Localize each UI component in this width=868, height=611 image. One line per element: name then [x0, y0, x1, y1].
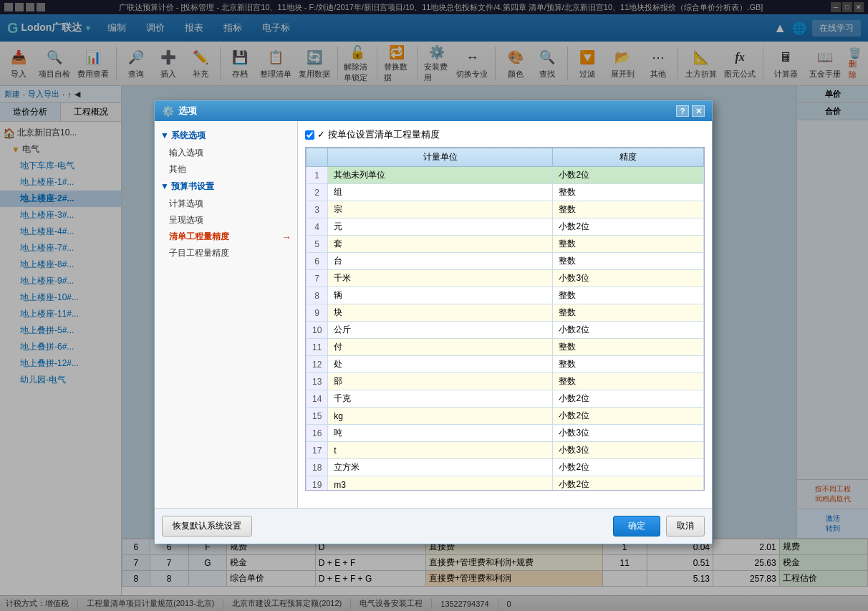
table-row: 2 组 整数 — [307, 184, 704, 201]
table-row: 14 千克 小数2位 — [307, 390, 704, 408]
section-input-options[interactable]: 输入选项 — [155, 145, 297, 161]
dialog-help-btn[interactable]: ? — [676, 105, 689, 117]
section-system-options[interactable]: ▼ 系统选项 — [155, 127, 297, 145]
restore-default-btn[interactable]: 恢复默认系统设置 — [162, 516, 252, 537]
table-row: 8 辆 整数 — [307, 287, 704, 304]
section-other[interactable]: 其他 — [155, 161, 297, 178]
table-row: 3 宗 整数 — [307, 201, 704, 218]
table-row: 4 元 小数2位 — [307, 218, 704, 236]
section-budget-settings[interactable]: ▼ 预算书设置 — [155, 178, 297, 196]
dialog-footer: 恢复默认系统设置 确定 取消 — [155, 508, 712, 544]
section-display-options[interactable]: 呈现选项 — [155, 212, 297, 228]
dialog-right-panel: ✓ 按单位设置清单工程量精度 计量单位 精度 — [298, 121, 712, 508]
col-header-unit: 计量单位 — [328, 148, 553, 167]
table-row: 12 处 整数 — [307, 356, 704, 373]
dialog-overlay: ⚙️ 选项 ? ✕ ▼ 系统选项 输入选项 其他 ▼ 预算书设置 计算选项 呈现… — [0, 0, 868, 611]
table-row: 15 kg 小数2位 — [307, 408, 704, 425]
table-row: 9 块 整数 — [307, 304, 704, 322]
checkbox-label[interactable]: ✓ 按单位设置清单工程量精度 — [305, 128, 440, 141]
table-row: 18 立方米 小数2位 — [307, 459, 704, 476]
col-header-num — [307, 148, 328, 167]
dialog-titlebar-btns: ? ✕ — [676, 105, 705, 117]
section-item-quantity-precision[interactable]: 子目工程量精度 — [155, 245, 297, 261]
dialog-table: 计量单位 精度 1 其他未列单位 小数2位 2 组 整数 3 宗 整数 4 元 … — [306, 148, 704, 491]
table-row: 11 付 整数 — [307, 339, 704, 356]
dialog-title-icon: ⚙️ — [162, 105, 174, 117]
dialog-close-btn[interactable]: ✕ — [692, 105, 705, 117]
section-bill-quantity-precision[interactable]: 清单工程量精度 → — [155, 228, 297, 245]
dialog-body: ▼ 系统选项 输入选项 其他 ▼ 预算书设置 计算选项 呈现选项 清单工程量精度… — [155, 121, 712, 508]
col-header-precision: 精度 — [553, 148, 704, 167]
cancel-btn[interactable]: 取消 — [666, 516, 705, 537]
dialog-right-header: ✓ 按单位设置清单工程量精度 — [305, 128, 705, 141]
table-row: 17 t 小数3位 — [307, 442, 704, 459]
table-row: 6 台 整数 — [307, 253, 704, 270]
ok-btn[interactable]: 确定 — [613, 516, 660, 537]
footer-action-btns: 确定 取消 — [613, 516, 705, 537]
table-row: 7 千米 小数3位 — [307, 270, 704, 287]
table-row: 19 m3 小数2位 — [307, 476, 704, 491]
table-row: 13 部 整数 — [307, 373, 704, 390]
section-calc-options[interactable]: 计算选项 — [155, 196, 297, 212]
dialog-table-wrapper: 计量单位 精度 1 其他未列单位 小数2位 2 组 整数 3 宗 整数 4 元 … — [305, 147, 705, 491]
unit-precision-checkbox[interactable] — [305, 130, 314, 140]
table-row: 10 公斤 小数2位 — [307, 322, 704, 339]
table-row: 16 吨 小数3位 — [307, 425, 704, 442]
dialog-title: 选项 — [178, 105, 672, 117]
arrow-right-icon: → — [281, 231, 291, 243]
table-row: 5 套 整数 — [307, 236, 704, 253]
table-row: 1 其他未列单位 小数2位 — [307, 167, 704, 184]
options-dialog: ⚙️ 选项 ? ✕ ▼ 系统选项 输入选项 其他 ▼ 预算书设置 计算选项 呈现… — [154, 100, 713, 544]
dialog-titlebar: ⚙️ 选项 ? ✕ — [155, 101, 712, 121]
dialog-left-panel: ▼ 系统选项 输入选项 其他 ▼ 预算书设置 计算选项 呈现选项 清单工程量精度… — [155, 121, 298, 508]
